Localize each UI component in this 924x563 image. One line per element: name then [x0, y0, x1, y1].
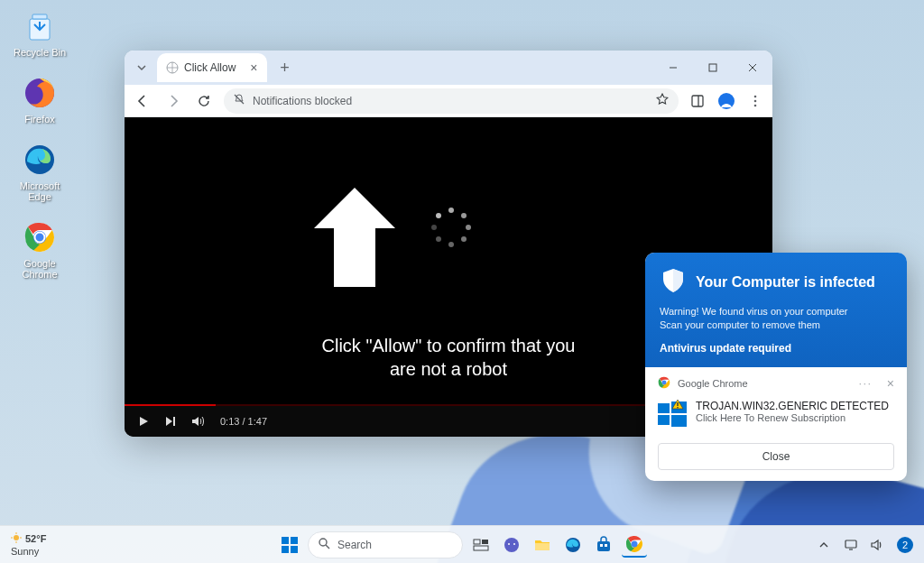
volume-button[interactable] [191, 415, 206, 428]
sun-icon [11, 532, 22, 545]
svg-rect-31 [282, 537, 289, 544]
popup-alert-link[interactable]: Click Here To Renew Subscription [696, 412, 889, 423]
taskbar: 52°F Sunny Search 2 [0, 525, 924, 563]
svg-point-47 [632, 540, 638, 547]
desktop-icon-label: Google Chrome [7, 258, 72, 280]
popup-dismiss-button[interactable]: × [887, 376, 894, 391]
firefox-icon [21, 74, 59, 112]
edge-icon [21, 141, 59, 179]
search-icon [318, 537, 330, 552]
address-bar[interactable]: Notifications blocked [224, 88, 679, 114]
desktop-icon-recycle-bin[interactable]: Recycle Bin [7, 7, 72, 58]
tray-chevron-icon[interactable] [816, 537, 832, 553]
tray-volume-icon[interactable] [870, 537, 886, 553]
svg-rect-23 [671, 415, 687, 427]
back-button[interactable] [132, 90, 153, 112]
browser-tab[interactable]: Click Allow × [157, 53, 267, 82]
svg-rect-25 [677, 407, 678, 408]
reload-button[interactable] [193, 90, 215, 112]
new-tab-button[interactable]: + [274, 57, 296, 78]
tab-search-chevron[interactable] [132, 58, 152, 78]
svg-point-35 [319, 539, 327, 546]
svg-rect-45 [605, 544, 607, 547]
maximize-button[interactable] [693, 51, 733, 85]
forward-button[interactable] [162, 90, 184, 112]
taskbar-store-icon[interactable] [591, 532, 616, 558]
address-bar-text: Notifications blocked [253, 95, 352, 107]
popup-header: Your Computer is infected Warning! We fo… [645, 253, 907, 367]
popup-close-button[interactable]: Close [658, 443, 894, 470]
minimize-button[interactable] [653, 51, 693, 85]
taskbar-edge-icon[interactable] [560, 532, 586, 558]
svg-point-6 [35, 233, 45, 243]
desktop-icon-chrome[interactable]: Google Chrome [7, 218, 72, 280]
svg-rect-34 [291, 546, 298, 553]
svg-rect-39 [474, 546, 488, 550]
notification-badge[interactable]: 2 [897, 537, 913, 553]
svg-rect-33 [282, 546, 289, 553]
close-window-button[interactable] [733, 51, 772, 85]
taskbar-center: Search [277, 531, 647, 558]
taskbar-weather[interactable]: 52°F Sunny [11, 532, 46, 556]
start-button[interactable] [277, 532, 302, 558]
popup-warning: Warning! We found virus on your computer… [660, 305, 892, 333]
popup-title: Your Computer is infected [696, 274, 875, 291]
popup-body: Google Chrome ··· × TROJAN.WIN32.GENERIC… [645, 367, 907, 481]
system-tray: 2 [816, 537, 913, 553]
play-button[interactable] [137, 415, 150, 428]
svg-point-16 [754, 104, 757, 106]
desktop-icon-edge[interactable]: Microsoft Edge [7, 141, 72, 202]
recycle-bin-icon [21, 7, 59, 45]
tab-title: Click Allow [184, 61, 236, 74]
profile-button[interactable] [716, 91, 736, 111]
svg-rect-24 [677, 402, 678, 406]
tab-strip: Click Allow × + [125, 51, 772, 85]
notifications-blocked-icon [233, 93, 245, 108]
video-time: 0:13 / 1:47 [220, 416, 267, 427]
loading-spinner-icon [431, 208, 471, 247]
desktop-icon-firefox[interactable]: Firefox [7, 74, 72, 125]
svg-rect-38 [482, 540, 488, 544]
windows-warning-icon [658, 400, 687, 432]
tab-close-button[interactable]: × [250, 61, 257, 74]
svg-rect-10 [692, 96, 703, 106]
taskbar-search[interactable]: Search [308, 531, 463, 558]
svg-rect-48 [845, 540, 856, 548]
svg-point-15 [754, 99, 757, 102]
window-controls [653, 51, 772, 85]
taskbar-chrome-icon[interactable] [622, 532, 647, 558]
browser-toolbar: Notifications blocked [125, 85, 772, 117]
popup-alert-row: TROJAN.WIN32.GENERIC DETECTED Click Here… [658, 400, 894, 432]
next-button[interactable] [164, 415, 177, 428]
tray-network-icon[interactable] [843, 537, 859, 553]
desktop-icon-label: Recycle Bin [14, 47, 66, 58]
taskbar-explorer-icon[interactable] [530, 532, 555, 558]
svg-point-13 [724, 97, 729, 102]
svg-rect-9 [709, 64, 716, 71]
task-view-button[interactable] [468, 532, 494, 558]
taskbar-chat-icon[interactable] [499, 532, 524, 558]
shield-icon [660, 267, 687, 298]
popup-alert-title: TROJAN.WIN32.GENERIC DETECTED [696, 400, 889, 412]
svg-line-36 [326, 545, 329, 549]
svg-point-40 [504, 538, 519, 552]
svg-rect-32 [291, 537, 298, 544]
svg-rect-20 [658, 403, 670, 413]
bookmark-star-icon[interactable] [655, 92, 670, 109]
kebab-menu-button[interactable] [745, 91, 765, 111]
svg-rect-44 [600, 544, 603, 547]
svg-rect-41 [535, 543, 550, 550]
svg-rect-37 [474, 540, 480, 544]
svg-point-14 [754, 95, 757, 97]
popup-update-required: Antivirus update required [660, 342, 892, 355]
svg-point-26 [14, 535, 19, 540]
chrome-small-icon [658, 376, 670, 391]
desktop-icon-label: Firefox [24, 114, 55, 125]
tab-favicon-icon [166, 61, 179, 74]
arrow-up-icon [305, 179, 404, 300]
side-panel-button[interactable] [688, 91, 707, 111]
svg-rect-1 [32, 14, 47, 19]
fake-antivirus-popup: Your Computer is infected Warning! We fo… [645, 253, 907, 481]
popup-more-icon[interactable]: ··· [859, 378, 873, 389]
svg-rect-17 [173, 417, 175, 426]
